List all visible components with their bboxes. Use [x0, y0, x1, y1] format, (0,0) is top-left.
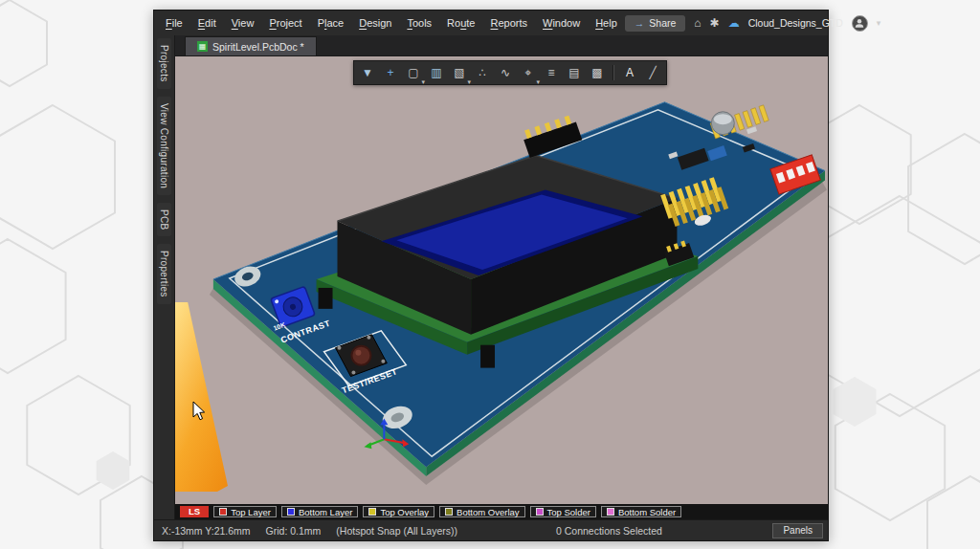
- menubar-right-cluster: → Share ⌂ ✱ ☁ Cloud_Designs_GTD ▾: [625, 15, 881, 32]
- layers-icon[interactable]: ≡: [541, 63, 562, 82]
- menu-edit[interactable]: Edit: [190, 17, 224, 29]
- cloud-icon: ☁: [728, 17, 740, 29]
- left-panel-tabs: ProjectsView ConfigurationPCBProperties: [154, 35, 175, 519]
- crosshair-icon[interactable]: +: [380, 63, 401, 82]
- layer-color-swatch: [607, 508, 614, 516]
- wave-icon[interactable]: ∿: [495, 63, 516, 82]
- hexagon-filled: [834, 377, 877, 427]
- tab-spiritlevel-pcbdoc[interactable]: ▦ SpiritLevel.PcbDoc *: [185, 36, 317, 55]
- gear-icon[interactable]: ✱: [710, 17, 720, 29]
- status-bar: X:-13mm Y:21.6mm Grid: 0.1mm (Hotspot Sn…: [154, 519, 828, 540]
- layer-tab-bottom-overlay[interactable]: Bottom Overlay: [439, 506, 524, 517]
- layer-label: Bottom Solder: [618, 507, 676, 517]
- menu-route[interactable]: Route: [439, 17, 482, 29]
- menu-window[interactable]: Window: [535, 17, 588, 29]
- cursor-position: X:-13mm Y:21.6mm: [162, 525, 251, 537]
- layer-tab-bottom-solder[interactable]: Bottom Solder: [601, 506, 681, 517]
- layer-tab-top-layer[interactable]: Top Layer: [213, 506, 277, 517]
- layer-label: Bottom Overlay: [457, 507, 519, 517]
- chevron-down-icon: ▾: [421, 78, 425, 85]
- account-name[interactable]: Cloud_Designs_GTD: [748, 17, 843, 29]
- tab-title: SpiritLevel.PcbDoc *: [212, 41, 304, 53]
- layer-color-swatch: [368, 508, 376, 516]
- menu-design[interactable]: Design: [351, 17, 399, 29]
- panel-tab-properties[interactable]: Properties: [157, 244, 171, 304]
- menu-project[interactable]: Project: [261, 17, 309, 29]
- menu-view[interactable]: View: [224, 17, 262, 29]
- pcb-3d-viewport[interactable]: 10K CONTRAST TEST/RESET: [175, 56, 828, 504]
- layer-tab-top-overlay[interactable]: Top Overlay: [363, 506, 434, 517]
- altium-window: FileEditViewProjectPlaceDesignToolsRoute…: [153, 10, 829, 541]
- layer-color-swatch: [536, 508, 544, 516]
- hexagon-filled: [97, 451, 130, 490]
- grid-setting: Grid: 0.1mm: [266, 525, 322, 537]
- menu-tools[interactable]: Tools: [399, 17, 439, 29]
- panel-tab-projects[interactable]: Projects: [157, 38, 171, 89]
- chevron-down-icon: ▾: [467, 78, 471, 85]
- panels-button[interactable]: Panels: [772, 523, 823, 538]
- layer-color-swatch: [219, 508, 227, 516]
- main-menu: FileEditViewProjectPlaceDesignToolsRoute…: [158, 17, 625, 29]
- layer-label: Top Overlay: [380, 507, 429, 517]
- probe-icon[interactable]: ⌖▾: [518, 63, 539, 82]
- layer-label: Top Solder: [547, 507, 590, 517]
- person-icon: [854, 17, 865, 29]
- line-tool-icon[interactable]: ╱: [642, 63, 663, 82]
- selection-status: 0 Connections Selected: [556, 525, 662, 537]
- capacitor: [711, 112, 734, 135]
- share-arrow-icon: →: [635, 17, 645, 29]
- layer-color-swatch: [287, 508, 295, 516]
- layer-tab-bottom-layer[interactable]: Bottom Layer: [281, 506, 359, 517]
- avatar[interactable]: [852, 15, 868, 32]
- share-label: Share: [649, 17, 676, 29]
- menu-bar: FileEditViewProjectPlaceDesignToolsRoute…: [154, 11, 828, 35]
- panel-tab-view-configuration[interactable]: View Configuration: [157, 97, 171, 195]
- menu-place[interactable]: Place: [310, 17, 352, 29]
- column-chart-icon[interactable]: ▥: [426, 63, 447, 82]
- viewport-toolbar: ▼+▢▾▥▧▾∴∿⌖▾≡▤▩A╱: [353, 60, 667, 85]
- standoff: [319, 288, 333, 309]
- pcbdoc-icon: ▦: [197, 41, 208, 52]
- marquee-select-icon[interactable]: ▢▾: [403, 63, 424, 82]
- standoff: [480, 345, 495, 368]
- share-button[interactable]: → Share: [625, 15, 686, 32]
- panel-tab-pcb[interactable]: PCB: [157, 203, 171, 236]
- chevron-down-icon[interactable]: ▾: [877, 18, 881, 28]
- layer-label: Top Layer: [231, 507, 271, 517]
- path-dots-icon[interactable]: ∴: [472, 63, 493, 82]
- chevron-down-icon: ▾: [536, 78, 540, 85]
- pcb-3d-render: 10K CONTRAST TEST/RESET: [175, 56, 828, 504]
- toolbar-divider: [612, 65, 614, 80]
- chart-box-icon[interactable]: ▤: [564, 63, 585, 82]
- layer-set-chip[interactable]: LS: [180, 506, 209, 517]
- document-tab-bar: ▦ SpiritLevel.PcbDoc *: [175, 35, 828, 56]
- snap-setting: (Hotspot Snap (All Layers)): [336, 525, 457, 537]
- filter-icon[interactable]: ▼: [357, 63, 378, 82]
- menu-reports[interactable]: Reports: [482, 17, 535, 29]
- menu-file[interactable]: File: [158, 17, 190, 29]
- layer-tabs-bar: LSTop LayerBottom LayerTop OverlayBottom…: [175, 504, 828, 519]
- grid-box-icon[interactable]: ▩: [587, 63, 608, 82]
- mouse-cursor: [192, 401, 207, 422]
- mask-area-icon[interactable]: ▧▾: [449, 63, 470, 82]
- text-tool-icon[interactable]: A: [619, 63, 640, 82]
- layer-color-swatch: [445, 508, 453, 516]
- menu-help[interactable]: Help: [588, 17, 625, 29]
- layer-tab-top-solder[interactable]: Top Solder: [530, 506, 596, 517]
- layer-label: Bottom Layer: [299, 507, 353, 517]
- home-icon[interactable]: ⌂: [694, 17, 701, 29]
